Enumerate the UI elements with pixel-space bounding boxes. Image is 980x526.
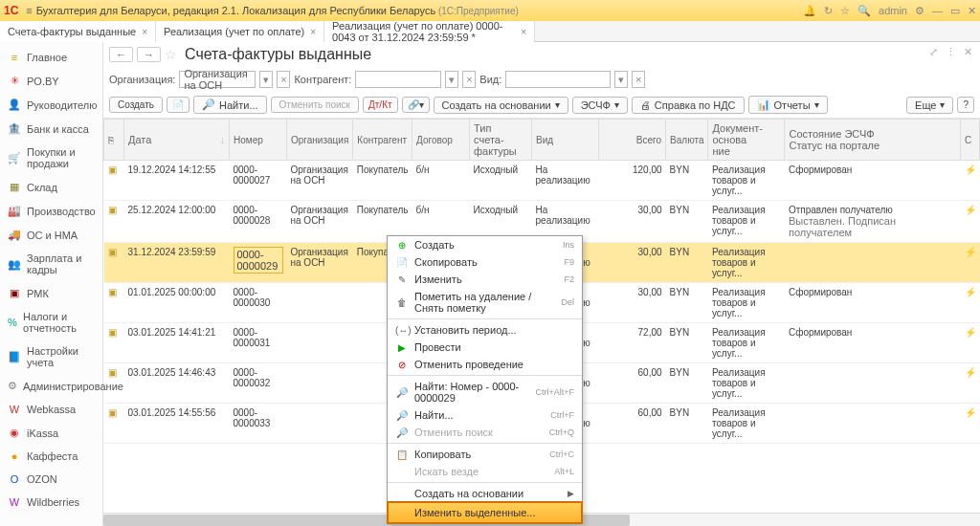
tab-2[interactable]: Реализация (учет по оплате) 0000-0043 от…	[324, 21, 535, 42]
org-dropdown-icon[interactable]: ▾	[259, 71, 273, 88]
help-button[interactable]: ?	[957, 97, 974, 113]
menu-label: Пометить на удаление / Снять пометку	[414, 291, 555, 314]
menu-item-3[interactable]: 🗑Пометить на удаление / Снять пометкуDel	[388, 288, 582, 317]
org-field[interactable]: Организация на ОСН	[179, 71, 256, 88]
kontr-clear-icon[interactable]: ×	[462, 71, 476, 88]
kontr-field[interactable]	[355, 71, 441, 88]
vid-dropdown-icon[interactable]: ▾	[614, 71, 628, 88]
tab-close-icon[interactable]: ×	[142, 27, 147, 37]
sidebar-label: Производство	[27, 206, 96, 217]
col-doc[interactable]: Документ-основание	[708, 120, 785, 161]
menu-item-17[interactable]: Изменить выделенные...	[387, 501, 583, 524]
org-clear-icon[interactable]: ×	[277, 71, 290, 88]
col-eschf[interactable]: Состояние ЭСЧФСтатус на портале	[785, 120, 961, 161]
sidebar-item-7[interactable]: 🚚ОС и НМА	[0, 223, 102, 247]
user-label[interactable]: admin	[879, 5, 907, 16]
menu-item-10[interactable]: 🔎Найти...Ctrl+F	[388, 406, 582, 424]
menu-item-6[interactable]: ▶Провести	[388, 339, 582, 356]
table-row[interactable]: ▣19.12.2024 14:12:550000-0000027Организа…	[104, 161, 980, 201]
close-icon[interactable]: ✕	[968, 5, 976, 17]
cancel-find-button[interactable]: Отменить поиск	[271, 97, 359, 113]
sidebar-item-12[interactable]: ⚙Администрирование	[0, 374, 102, 398]
search-icon[interactable]: 🔍	[858, 5, 871, 17]
menu-item-5[interactable]: (↔)Установить период...	[388, 321, 582, 339]
fav-icon[interactable]: ☆	[165, 47, 177, 62]
sidebar-item-3[interactable]: 🏦Банк и касса	[0, 117, 102, 141]
nav-fwd[interactable]: →	[137, 47, 161, 62]
dt-kt-button[interactable]: Дт/Кт	[363, 97, 398, 113]
menu-item-2[interactable]: ✎ИзменитьF2	[388, 271, 582, 288]
vid-field[interactable]	[505, 71, 611, 88]
sidebar-item-6[interactable]: 🏭Производство	[0, 199, 102, 223]
sidebar-label: OZON	[27, 473, 57, 485]
bell-icon[interactable]: 🔔	[803, 5, 816, 17]
tab-1[interactable]: Реализация (учет по оплате)×	[156, 21, 324, 42]
sidebar-icon: 🚚	[8, 229, 21, 241]
sidebar-item-11[interactable]: 📘Настройки учета	[0, 340, 102, 374]
kebab-icon[interactable]: ⋮	[946, 46, 956, 58]
menu-item-9[interactable]: 🔎Найти: Номер - 0000-0000029Ctrl+Alt+F	[388, 378, 582, 406]
sidebar-item-16[interactable]: OOZON	[0, 468, 102, 491]
menu-item-16[interactable]: Создать на основании▶	[388, 485, 582, 502]
tab-close-icon[interactable]: ×	[521, 27, 526, 37]
settings-icon[interactable]: ⚙	[915, 5, 924, 17]
menu-item-1[interactable]: 📄СкопироватьF9	[388, 253, 582, 271]
doc-icon: ▣	[108, 287, 117, 297]
more-button[interactable]: Еще ▾	[906, 97, 953, 114]
close-panel-icon[interactable]: ✕	[964, 46, 972, 58]
find-button[interactable]: 🔎Найти...	[193, 96, 267, 114]
create-button[interactable]: Создать	[109, 97, 163, 113]
sidebar-icon: 🏭	[8, 205, 21, 217]
nav-back[interactable]: ←	[109, 47, 133, 62]
sidebar-icon: ▦	[8, 181, 21, 193]
col-kontr[interactable]: Контрагент	[353, 120, 412, 161]
col-icon[interactable]: ⎘	[104, 120, 124, 161]
sidebar-item-5[interactable]: ▦Склад	[0, 175, 102, 199]
menu-icon: 🔎	[395, 410, 409, 421]
menu-item-0[interactable]: ⊕СоздатьIns	[388, 236, 582, 253]
history-icon[interactable]: ↻	[824, 5, 833, 17]
sidebar-item-2[interactable]: 👤Руководителю	[0, 93, 102, 117]
tab-close-icon[interactable]: ×	[310, 27, 316, 37]
menu-item-13[interactable]: 📋КопироватьCtrl+C	[388, 446, 582, 463]
minimize-icon[interactable]: —	[932, 5, 943, 16]
menu-item-7[interactable]: ⊘Отменить проведение	[388, 356, 582, 373]
sidebar-item-14[interactable]: ◉iKassa	[0, 421, 102, 445]
kontr-dropdown-icon[interactable]: ▾	[445, 71, 458, 88]
menu-label: Найти: Номер - 0000-0000029	[414, 381, 529, 404]
sidebar-item-10[interactable]: %Налоги и отчетность	[0, 305, 102, 340]
sidebar-item-13[interactable]: WWebkassa	[0, 398, 102, 421]
restore-icon[interactable]: ▭	[950, 5, 960, 17]
col-c[interactable]: С	[961, 120, 980, 161]
sidebar-item-8[interactable]: 👥Зарплата и кадры	[0, 247, 102, 281]
menu-icon[interactable]: ≡	[26, 5, 32, 16]
col-type[interactable]: Типсчета-фактуры	[470, 120, 532, 161]
sidebar-item-17[interactable]: WWildberries	[0, 491, 102, 514]
reports-button[interactable]: 📊Отчеты ▾	[748, 96, 828, 114]
expand-icon[interactable]: ⤢	[929, 46, 938, 58]
menu-shortcut: F2	[564, 274, 574, 284]
menu-label: Отменить поиск	[414, 427, 544, 438]
vid-clear-icon[interactable]: ×	[632, 71, 645, 88]
create-on-button[interactable]: Создать на основании ▾	[434, 97, 568, 114]
sidebar-item-0[interactable]: ≡Главное	[0, 46, 102, 69]
menu-label: Создать на основании	[414, 488, 562, 499]
sidebar-item-15[interactable]: ●Каффеста	[0, 445, 102, 468]
col-number[interactable]: Номер	[230, 120, 287, 161]
vat-button[interactable]: 🖨Справка по НДС	[632, 97, 745, 114]
col-date[interactable]: Дата ↓	[124, 120, 230, 161]
sidebar-item-9[interactable]: ▣РМК	[0, 281, 102, 305]
copy-button[interactable]: 📄	[167, 97, 189, 113]
col-total[interactable]: Всего	[599, 120, 666, 161]
col-vid[interactable]: Вид	[532, 120, 599, 161]
col-contract[interactable]: Договор	[412, 120, 470, 161]
sidebar-item-4[interactable]: 🛒Покупки и продажи	[0, 141, 102, 175]
star-icon[interactable]: ☆	[840, 5, 850, 17]
col-cur[interactable]: Валюта	[666, 120, 708, 161]
link-button[interactable]: 🔗▾	[402, 97, 430, 113]
eschf-button[interactable]: ЭСЧФ ▾	[572, 97, 628, 114]
col-org[interactable]: Организация	[287, 120, 353, 161]
sidebar-item-1[interactable]: ✳PO.BY	[0, 69, 102, 93]
tab-0[interactable]: Счета-фактуры выданные×	[0, 21, 156, 42]
menu-icon: ⊕	[395, 240, 409, 251]
